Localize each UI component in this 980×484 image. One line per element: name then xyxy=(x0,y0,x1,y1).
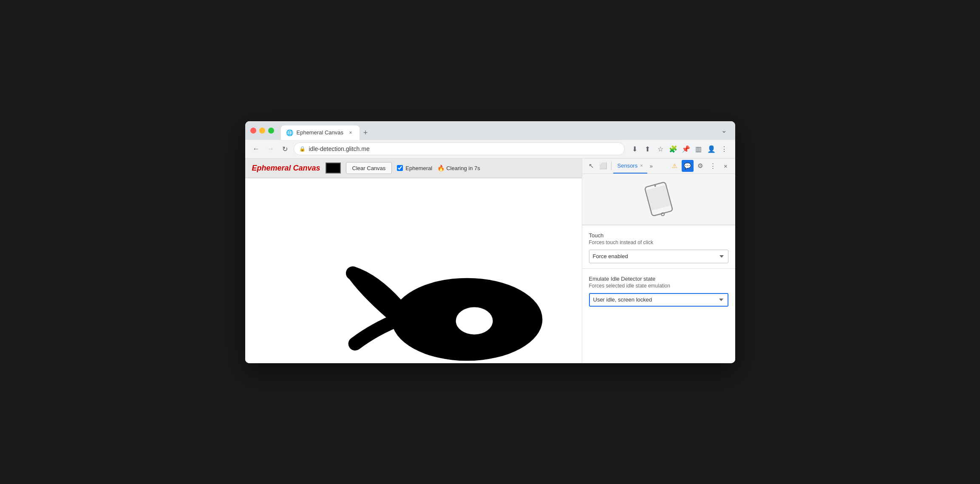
page-area: Ephemeral Canvas Clear Canvas Ephemeral … xyxy=(245,159,582,363)
ephemeral-checkbox[interactable] xyxy=(397,165,403,171)
share-button[interactable]: ⬆ xyxy=(642,143,654,155)
settings-icon: ⚙ xyxy=(697,162,703,170)
devtools-tabs: ↖ ⬜ Sensors × » ⚠ 💬 xyxy=(582,159,735,174)
devtools-panel: ↖ ⬜ Sensors × » ⚠ 💬 xyxy=(582,159,735,363)
tab-label: Ephemeral Canvas xyxy=(297,129,344,136)
tab-favicon-icon: 🌐 xyxy=(286,129,293,136)
main-area: Ephemeral Canvas Clear Canvas Ephemeral … xyxy=(245,159,735,363)
canvas-area[interactable] xyxy=(245,178,582,363)
inspector-icon: ⬜ xyxy=(599,162,607,170)
svg-point-1 xyxy=(456,307,493,334)
touch-section: Touch Forces touch instead of click Forc… xyxy=(582,225,735,268)
address-bar[interactable]: 🔒 idle-detection.glitch.me xyxy=(294,142,625,155)
warnings-button[interactable]: ⚠ xyxy=(669,160,681,172)
refresh-icon: ↻ xyxy=(282,145,288,153)
devtools-right-icons: ⚠ 💬 ⚙ ⋮ × xyxy=(669,160,732,172)
color-swatch[interactable] xyxy=(326,162,341,174)
back-icon: ← xyxy=(253,145,260,153)
browser-window: 🌐 Ephemeral Canvas × + ⌄ ← → ↻ 🔒 idle-de… xyxy=(245,121,735,363)
inspector-tool-button[interactable]: ⬜ xyxy=(598,160,609,172)
devtools-menu-button[interactable]: ⋮ xyxy=(707,160,719,172)
devtools-menu-icon: ⋮ xyxy=(710,162,716,170)
idle-title: Emulate Idle Detector state xyxy=(589,276,728,282)
nav-bar: ← → ↻ 🔒 idle-detection.glitch.me ⬇ ⬆ ☆ 🧩… xyxy=(245,140,735,159)
console-button[interactable]: 💬 xyxy=(682,160,694,172)
minimize-button[interactable] xyxy=(259,128,265,134)
phone-tilt-svg xyxy=(633,182,684,216)
bookmark-button[interactable]: ☆ xyxy=(654,143,666,155)
devtools-content: Touch Forces touch instead of click Forc… xyxy=(582,174,735,363)
clearing-text: Clearing in 7s xyxy=(446,165,480,171)
idle-select[interactable]: User idle, screen locked xyxy=(589,293,728,307)
ephemeral-label: Ephemeral xyxy=(405,165,432,171)
forward-icon: → xyxy=(267,145,274,153)
idle-subtitle: Forces selected idle state emulation xyxy=(589,283,728,289)
sidebar-button[interactable]: ▥ xyxy=(693,143,705,155)
maximize-button[interactable] xyxy=(268,128,274,134)
close-devtools-button[interactable]: × xyxy=(720,160,732,172)
tab-bar-right: ⌄ xyxy=(718,125,730,136)
refresh-button[interactable]: ↻ xyxy=(279,143,291,155)
tab-bar: 🌐 Ephemeral Canvas × + xyxy=(281,121,714,140)
account-button[interactable]: 👤 xyxy=(705,143,717,155)
touch-title: Touch xyxy=(589,232,728,239)
traffic-lights xyxy=(250,128,274,134)
pin-button[interactable]: 📌 xyxy=(680,143,692,155)
page-toolbar: Ephemeral Canvas Clear Canvas Ephemeral … xyxy=(245,159,582,178)
svg-point-5 xyxy=(661,212,665,216)
sensors-tab-label: Sensors xyxy=(617,162,638,169)
download-button[interactable]: ⬇ xyxy=(629,143,641,155)
settings-button[interactable]: ⚙ xyxy=(694,160,706,172)
address-text: idle-detection.glitch.me xyxy=(309,145,619,152)
canvas-drawing xyxy=(245,178,582,363)
title-bar: 🌐 Ephemeral Canvas × + ⌄ xyxy=(245,121,735,140)
app-title: Ephemeral Canvas xyxy=(252,164,320,173)
close-devtools-icon: × xyxy=(724,162,728,170)
ephemeral-checkbox-group: Ephemeral xyxy=(397,165,432,171)
back-button[interactable]: ← xyxy=(250,143,262,155)
clear-canvas-button[interactable]: Clear Canvas xyxy=(346,162,392,174)
sensors-tab[interactable]: Sensors × xyxy=(613,159,647,174)
forward-button[interactable]: → xyxy=(265,143,277,155)
close-button[interactable] xyxy=(250,128,256,134)
nav-actions: ⬇ ⬆ ☆ 🧩 📌 ▥ 👤 ⋮ xyxy=(629,143,730,155)
warning-icon: ⚠ xyxy=(672,162,677,169)
phone-illustration xyxy=(582,174,735,225)
active-tab[interactable]: 🌐 Ephemeral Canvas × xyxy=(281,125,360,140)
new-tab-button[interactable]: + xyxy=(360,127,371,139)
devtools-more-tabs[interactable]: » xyxy=(647,161,655,171)
extensions-button[interactable]: 🧩 xyxy=(667,143,679,155)
tab-close-button[interactable]: × xyxy=(347,129,354,137)
chat-icon: 💬 xyxy=(684,162,691,169)
cursor-icon: ↖ xyxy=(589,162,594,170)
touch-subtitle: Forces touch instead of click xyxy=(589,239,728,245)
fire-icon: 🔥 xyxy=(437,165,445,171)
chrome-menu-button[interactable]: ⋮ xyxy=(718,143,730,155)
touch-select[interactable]: Force enabled xyxy=(589,250,728,263)
clearing-badge: 🔥 Clearing in 7s xyxy=(437,165,480,171)
cursor-tool-button[interactable]: ↖ xyxy=(586,160,598,172)
sensors-tab-close[interactable]: × xyxy=(640,163,643,168)
lock-icon: 🔒 xyxy=(299,146,306,152)
tab-dropdown-button[interactable]: ⌄ xyxy=(718,125,730,136)
idle-section: Emulate Idle Detector state Forces selec… xyxy=(582,269,735,312)
